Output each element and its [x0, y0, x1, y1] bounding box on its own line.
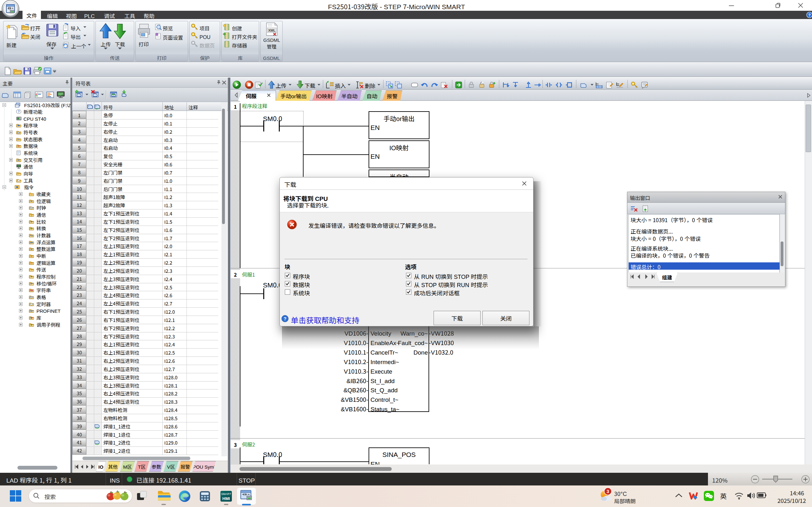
svg-text:?: ?	[808, 13, 811, 17]
svg-text:HMI: HMI	[222, 496, 230, 501]
svg-text:?: ?	[18, 110, 20, 113]
svg-text:±R: ±R	[30, 241, 33, 244]
svg-text:+1: +1	[30, 234, 33, 237]
svg-text:3: 3	[607, 489, 609, 494]
svg-text:?: ?	[284, 316, 287, 321]
svg-text:AB: AB	[30, 289, 33, 291]
svg-text:IOI: IOI	[30, 262, 33, 264]
svg-text:±I: ±I	[31, 248, 32, 250]
svg-text:SMART: SMART	[221, 493, 231, 496]
svg-text:XML: XML	[268, 29, 275, 32]
